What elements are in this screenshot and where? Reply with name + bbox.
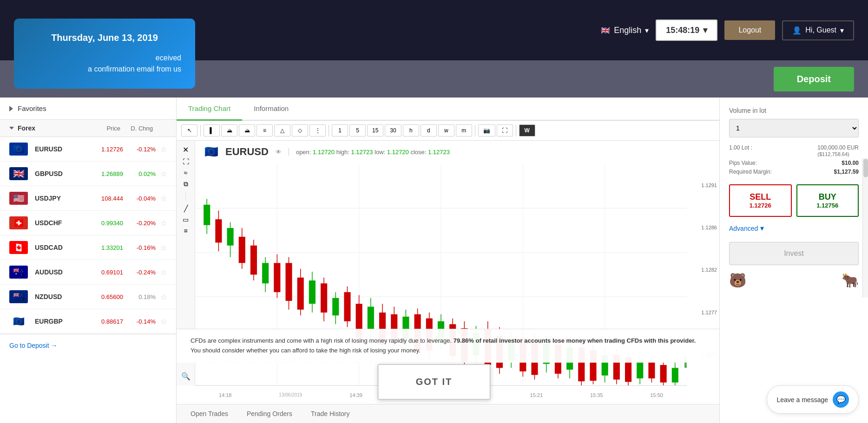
currency-name: EURUSD [35, 145, 86, 153]
cursor-tool-button[interactable]: ↖ [181, 124, 197, 137]
visibility-icon: 👁 [276, 149, 282, 156]
tab-trading-chart[interactable]: Trading Chart [177, 98, 242, 121]
list-item[interactable]: 🇪🇺 EURUSD 1.12726 -0.12% ☆ [0, 137, 176, 162]
advanced-row[interactable]: Advanced ▾ [729, 224, 859, 233]
list-item[interactable]: 🇨🇭 USDCHF 0.99340 -0.20% ☆ [0, 211, 176, 235]
rect-button[interactable]: ▭ [183, 216, 189, 223]
popup-date: Thursday, June 13, 2019 [28, 33, 181, 43]
dots-button[interactable]: ⋮ [309, 124, 326, 137]
lines-button[interactable]: ≡ [184, 227, 187, 234]
got-it-button[interactable]: GOT IT [378, 364, 491, 400]
tab-trade-history[interactable]: Trade History [302, 404, 359, 423]
star-icon[interactable]: ☆ [160, 145, 167, 154]
star-icon[interactable]: ☆ [160, 293, 167, 301]
currency-price: 1.26889 [86, 170, 123, 177]
flag-ch-icon: 🇨🇭 [9, 216, 28, 229]
search-icon[interactable]: 🔍 [181, 372, 191, 381]
bear-icon: 🐻 [729, 272, 746, 288]
flag-nz-icon: 🇳🇿 [9, 290, 28, 303]
list-item[interactable]: 🇨🇦 USDCAD 1.33201 -0.16% ☆ [0, 235, 176, 260]
tab-pending-orders[interactable]: Pending Orders [237, 404, 302, 423]
list-item[interactable]: 🇬🇧 GBPUSD 1.26889 0.02% ☆ [0, 162, 176, 186]
tf-5-button[interactable]: 5 [349, 124, 366, 137]
scrollbar-thumb[interactable] [863, 159, 868, 177]
toolbar-separator [516, 125, 516, 137]
tf-h-button[interactable]: h [403, 124, 419, 137]
star-icon[interactable]: ☆ [160, 194, 167, 203]
list-item[interactable]: 🇪🇺 EURGBP 0.88617 -0.14% ☆ [0, 309, 176, 334]
hi-guest-button[interactable]: 👤 Hi, Guest ▾ [782, 20, 854, 40]
list-item[interactable]: 🇳🇿 NZDUSD 0.65600 0.18% ☆ [0, 285, 176, 309]
star-icon[interactable]: ☆ [160, 169, 167, 178]
bar-chart-button[interactable]: ▌ [204, 124, 220, 137]
compare-button[interactable]: ≈ [184, 169, 188, 176]
sidebar-favorites[interactable]: Favorites [0, 98, 176, 120]
toolbar-separator [475, 125, 475, 137]
leave-message-widget[interactable]: Leave a message 💬 [767, 385, 859, 414]
currency-name: NZDUSD [35, 293, 86, 300]
zoom-button[interactable]: ⛶ [183, 158, 189, 165]
star-icon[interactable]: ☆ [160, 268, 167, 277]
currency-name: EURGBP [35, 318, 86, 325]
svg-rect-35 [344, 292, 350, 321]
list-item[interactable]: 🇺🇸 USDJPY 108.444 -0.04% ☆ [0, 186, 176, 211]
tab-information[interactable]: Information [242, 98, 300, 120]
tf-30-button[interactable]: 30 [385, 124, 401, 137]
flag-uk-icon: 🇬🇧 [601, 26, 610, 35]
chevron-down-icon: ▾ [760, 224, 764, 233]
tf-w-button[interactable]: w [438, 124, 454, 137]
fullscreen-button[interactable]: ⛶ [497, 124, 513, 137]
logout-button[interactable]: Logout [724, 20, 775, 40]
tf-m-button[interactable]: m [456, 124, 472, 137]
price-change: -0.12% [123, 146, 156, 153]
pips-label: Pips Value: [729, 160, 757, 166]
svg-rect-17 [239, 237, 245, 263]
renko-button[interactable]: ◇ [292, 124, 308, 137]
flag-gb-icon: 🇬🇧 [9, 167, 28, 180]
draw-line-button[interactable]: ╱ [184, 205, 188, 212]
separator [185, 192, 186, 201]
notification-popup: Thursday, June 13, 2019 eceived a confir… [14, 19, 195, 89]
tf-15-button[interactable]: 15 [367, 124, 383, 137]
header-right: 🇬🇧 English ▾ 15:48:19 ▾ Logout 👤 Hi, Gue… [601, 20, 854, 41]
hollow-candle-button[interactable]: ⛰ [239, 124, 255, 137]
chat-icon[interactable]: 💬 [833, 391, 849, 408]
scrollbar[interactable] [862, 158, 868, 298]
tab-open-trades[interactable]: Open Trades [181, 404, 237, 423]
star-icon[interactable]: ☆ [160, 243, 167, 252]
w-button[interactable]: W [519, 124, 535, 137]
price-change: -0.24% [123, 269, 156, 276]
close-button[interactable]: ✕ [183, 145, 189, 154]
tf-1-button[interactable]: 1 [332, 124, 348, 137]
pips-row: Pips Value: $10.00 [729, 160, 859, 166]
screenshot-button[interactable]: 📷 [478, 124, 495, 137]
copy-button[interactable]: ⧉ [184, 180, 188, 188]
star-icon[interactable]: ☆ [160, 219, 167, 228]
svg-rect-25 [285, 263, 292, 301]
y-label: 1.1277 [701, 310, 717, 315]
line-break-button[interactable]: ≡ [256, 124, 273, 137]
chevron-down-icon: ▾ [703, 25, 707, 35]
svg-rect-11 [204, 205, 210, 225]
forex-header-cols: Forex Price D. Chng [9, 124, 167, 132]
go-deposit-link[interactable]: Go to Deposit → [0, 334, 176, 357]
language-label: English [614, 26, 641, 35]
svg-rect-23 [274, 263, 280, 292]
forex-header[interactable]: Forex Price D. Chng [0, 120, 176, 137]
tf-d-button[interactable]: d [421, 124, 437, 137]
list-item[interactable]: 🇦🇺 AUDUSD 0.69101 -0.24% ☆ [0, 260, 176, 285]
currency-price: 1.33201 [86, 244, 123, 251]
chart-tabs: Trading Chart Information [177, 98, 719, 121]
separator [289, 148, 289, 156]
volume-select[interactable]: 1 [729, 119, 859, 137]
margin-row: Required Margin: $1,127.59 [729, 169, 859, 175]
sell-button[interactable]: SELL 1.12726 [729, 184, 792, 217]
area-button[interactable]: △ [274, 124, 290, 137]
buy-button[interactable]: BUY 1.12756 [796, 184, 859, 217]
language-selector[interactable]: 🇬🇧 English ▾ [601, 26, 649, 35]
deposit-button[interactable]: Deposit [774, 67, 854, 91]
invest-button[interactable]: Invest [729, 242, 859, 265]
star-icon[interactable]: ☆ [160, 317, 167, 326]
svg-rect-85 [637, 361, 643, 378]
candlestick-button[interactable]: ⛰ [221, 124, 237, 137]
